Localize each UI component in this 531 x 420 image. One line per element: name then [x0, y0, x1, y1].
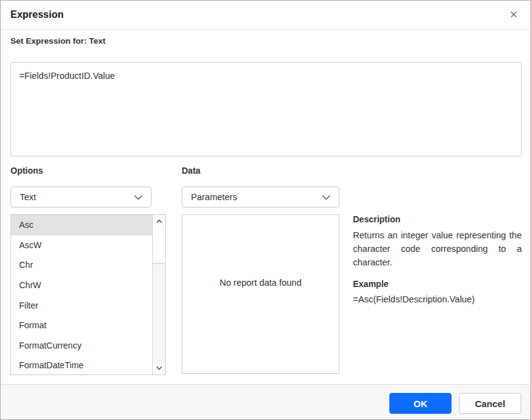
function-list: AscAscWChrChrWFilterFormatFormatCurrency… — [10, 214, 166, 375]
function-list-item[interactable]: Format — [11, 315, 152, 336]
chevron-down-icon — [134, 195, 143, 200]
expression-dialog: Expression × Set Expression for: Text =F… — [0, 0, 531, 420]
data-dropdown-value: Parameters — [191, 192, 322, 202]
example-heading: Example — [353, 279, 522, 289]
options-dropdown-value: Text — [20, 192, 134, 202]
function-list-item[interactable]: Filter — [11, 295, 152, 315]
description-heading: Description — [353, 214, 522, 224]
function-list-item[interactable]: ChrW — [11, 275, 152, 296]
example-value: =Asc(Fields!Description.Value) — [353, 294, 522, 304]
scroll-down-button[interactable] — [153, 361, 165, 374]
data-label: Data — [182, 166, 200, 176]
expression-input[interactable]: =Fields!ProductID.Value — [10, 62, 522, 156]
description-panel: Description Returns an integer value rep… — [353, 214, 522, 304]
no-data-message: No report data found — [219, 278, 301, 288]
ok-button[interactable]: OK — [389, 393, 452, 414]
cancel-button[interactable]: Cancel — [459, 393, 521, 414]
function-list-scrollbar[interactable] — [152, 215, 165, 374]
function-list-item[interactable]: FormatCurrency — [11, 336, 152, 356]
chevron-down-icon — [156, 366, 163, 370]
set-expression-label: Set Expression for: Text — [10, 36, 105, 46]
data-dropdown[interactable]: Parameters — [182, 187, 339, 208]
function-list-item[interactable]: Asc — [11, 215, 152, 235]
data-panel: No report data found — [182, 214, 339, 374]
function-list-item[interactable]: Chr — [11, 255, 152, 275]
function-list-item[interactable]: FormatDateTime — [11, 355, 152, 375]
dialog-footer: OK Cancel — [1, 384, 530, 419]
close-icon[interactable]: × — [506, 7, 522, 23]
chevron-up-icon — [156, 219, 163, 224]
scrollbar-thumb[interactable] — [153, 228, 165, 264]
function-list-item[interactable]: AscW — [11, 235, 152, 256]
options-dropdown[interactable]: Text — [10, 187, 152, 208]
scroll-up-button[interactable] — [153, 215, 165, 228]
dialog-header: Expression × — [1, 1, 530, 30]
chevron-down-icon — [322, 195, 331, 200]
options-label: Options — [10, 166, 43, 176]
function-list-items: AscAscWChrChrWFilterFormatFormatCurrency… — [11, 215, 152, 374]
dialog-title: Expression — [10, 9, 63, 20]
description-text: Returns an integer value representing th… — [353, 228, 522, 269]
